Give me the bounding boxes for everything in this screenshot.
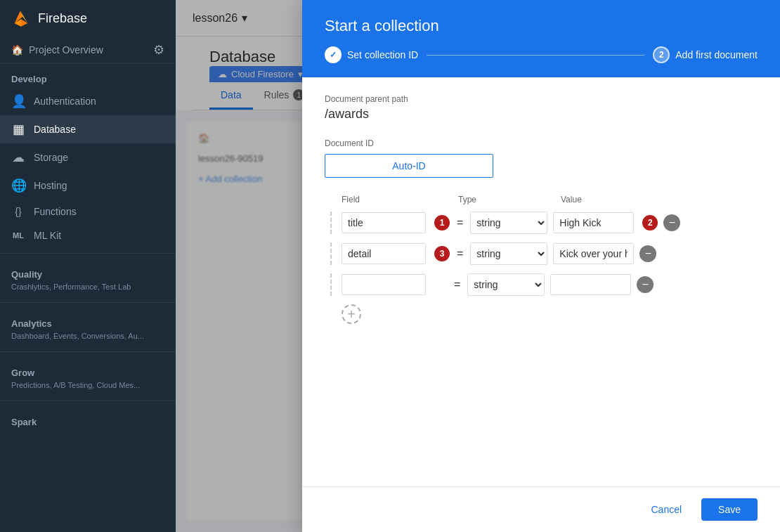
sidebar-item-storage[interactable]: ☁ Storage (0, 143, 176, 171)
field-row-1-wrap: 1 = string number boolean map array null… (342, 212, 680, 234)
field-col-headers: Field Type Value (325, 195, 758, 209)
modal-steps: ✓ Set collection ID 2 Add first document (325, 46, 758, 63)
sidebar-item-label-hosting: Hosting (34, 180, 67, 191)
sidebar-item-functions[interactable]: {} Functions (0, 200, 176, 223)
step1-circle: ✓ (325, 46, 342, 63)
project-overview-label: Project Overview (29, 44, 103, 56)
value-input-3[interactable] (550, 274, 631, 295)
field-badge-1: 1 (434, 215, 450, 231)
sidebar-item-authentication[interactable]: 👤 Authentication (0, 87, 176, 115)
quality-section-title: Quality (0, 259, 176, 283)
project-overview-row: 🏠 Project Overview ⚙ (0, 37, 176, 64)
type-select-2[interactable]: string number boolean (470, 242, 547, 265)
doc-id-section: Document ID Auto-ID (325, 138, 758, 178)
step1-label: Set collection ID (347, 49, 418, 60)
sidebar-divider-2 (0, 302, 176, 303)
sidebar: Firebase 🏠 Project Overview ⚙ Develop 👤 … (0, 0, 176, 532)
save-button[interactable]: Save (701, 498, 758, 521)
equals-1: = (455, 216, 464, 229)
sidebar-item-hosting[interactable]: 🌐 Hosting (0, 171, 176, 200)
field-row-2-wrap: 3 = string number boolean − (342, 242, 656, 265)
database-icon: ▦ (11, 122, 25, 137)
cancel-button[interactable]: Cancel (639, 498, 693, 521)
grow-section-sub: Predictions, A/B Testing, Cloud Mes... (0, 381, 176, 395)
remove-field-1-button[interactable]: − (663, 214, 680, 231)
field-input-3[interactable] (342, 274, 426, 295)
sidebar-item-database[interactable]: ▦ Database (0, 115, 176, 143)
plan-label: Spark (0, 407, 176, 430)
equals-3: = (453, 278, 462, 291)
field-row-1: 1 = string number boolean map array null… (325, 212, 758, 234)
firebase-logo-icon (11, 8, 31, 28)
remove-field-2-button[interactable]: − (639, 245, 656, 262)
modal-overlay: Start a collection ✓ Set collection ID 2… (176, 0, 780, 532)
sidebar-divider-4 (0, 401, 176, 401)
authentication-icon: 👤 (11, 93, 25, 109)
step-1: ✓ Set collection ID (325, 46, 418, 63)
develop-section-label: Develop (0, 64, 176, 87)
sidebar-header: Firebase (0, 0, 176, 37)
sidebar-item-label-storage: Storage (34, 152, 68, 163)
value-input-2[interactable] (553, 243, 634, 264)
grow-section-title: Grow (0, 358, 176, 381)
col-header-type: Type (458, 195, 535, 205)
col-header-field: Field (342, 195, 433, 205)
type-select-1[interactable]: string number boolean map array null tim… (470, 212, 547, 234)
modal: Start a collection ✓ Set collection ID 2… (302, 0, 780, 532)
storage-icon: ☁ (11, 150, 25, 165)
field-row-3: = string number boolean − (325, 273, 758, 296)
field-row-3-wrap: = string number boolean − (342, 273, 654, 296)
main-content: lesson26 ▾ Database ☁ Cloud Firestore ▾ … (176, 0, 780, 532)
col-header-value: Value (561, 195, 642, 205)
field-badge-2: 3 (434, 246, 450, 261)
modal-title: Start a collection (325, 17, 758, 35)
analytics-section-sub: Dashboard, Events, Conversions, Au... (0, 332, 176, 346)
app-name: Firebase (38, 11, 87, 26)
add-field-button[interactable]: + (342, 304, 361, 324)
remove-field-3-button[interactable]: − (637, 276, 654, 293)
functions-icon: {} (11, 206, 25, 217)
modal-footer: Cancel Save (302, 486, 780, 532)
field-row-2: 3 = string number boolean − (325, 242, 758, 265)
field-input-1[interactable] (342, 212, 426, 233)
step-2: 2 Add first document (653, 46, 758, 63)
sidebar-item-label-mlkit: ML Kit (34, 230, 61, 241)
sidebar-item-mlkit[interactable]: ML ML Kit (0, 223, 176, 247)
project-overview-link[interactable]: 🏠 Project Overview (11, 44, 103, 56)
auto-id-button[interactable]: Auto-ID (325, 154, 493, 178)
home-icon: 🏠 (11, 44, 23, 56)
step2-label: Add first document (675, 49, 758, 60)
modal-header: Start a collection ✓ Set collection ID 2… (302, 0, 780, 77)
step2-circle: 2 (653, 46, 670, 63)
step-connector (427, 55, 644, 56)
sidebar-item-label-database: Database (34, 124, 76, 135)
doc-id-label: Document ID (325, 138, 758, 148)
parent-path-value: /awards (325, 107, 758, 122)
settings-icon[interactable]: ⚙ (153, 42, 164, 58)
analytics-section-title: Analytics (0, 309, 176, 332)
value-badge-1: 2 (642, 215, 658, 231)
sidebar-divider-3 (0, 351, 176, 352)
sidebar-divider-1 (0, 253, 176, 254)
mlkit-icon: ML (11, 231, 25, 240)
type-select-3[interactable]: string number boolean (467, 273, 545, 296)
modal-body: Document parent path /awards Document ID… (302, 77, 780, 486)
sidebar-item-label-authentication: Authentication (34, 96, 96, 107)
sidebar-item-label-functions: Functions (34, 206, 77, 217)
value-input-1[interactable] (553, 212, 634, 233)
field-input-2[interactable] (342, 243, 426, 264)
hosting-icon: 🌐 (11, 178, 25, 193)
equals-2: = (455, 247, 464, 260)
quality-section-sub: Crashlytics, Performance, Test Lab (0, 283, 176, 297)
parent-path-label: Document parent path (325, 94, 758, 104)
